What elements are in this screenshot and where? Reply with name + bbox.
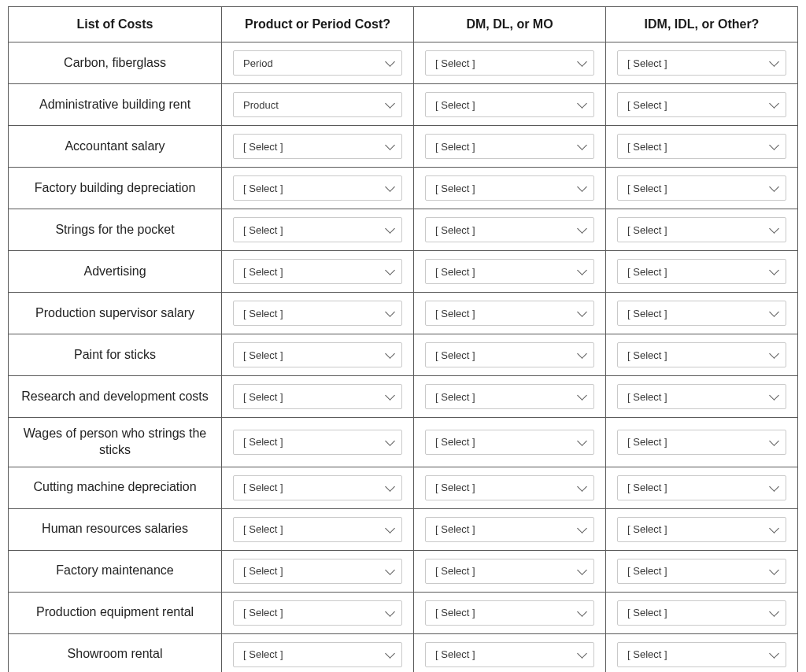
select-cell: [ Select ]	[414, 209, 606, 251]
select-value: [ Select ]	[627, 224, 667, 236]
idm-idl-other-select[interactable]: [ Select ]	[617, 642, 786, 667]
product-period-select[interactable]: [ Select ]	[233, 134, 402, 159]
select-value: [ Select ]	[243, 565, 283, 577]
dm-dl-mo-select[interactable]: [ Select ]	[425, 600, 594, 626]
select-value: [ Select ]	[435, 99, 475, 111]
select-value: Period	[243, 57, 273, 69]
product-period-select[interactable]: [ Select ]	[233, 600, 402, 626]
select-cell: [ Select ]	[606, 592, 798, 633]
product-period-select[interactable]: [ Select ]	[233, 475, 402, 500]
select-cell: [ Select ]	[414, 84, 606, 126]
idm-idl-other-select[interactable]: [ Select ]	[617, 517, 786, 542]
idm-idl-other-select[interactable]: [ Select ]	[617, 600, 786, 626]
product-period-select[interactable]: [ Select ]	[233, 301, 402, 326]
idm-idl-other-select[interactable]: [ Select ]	[617, 384, 786, 409]
select-value: [ Select ]	[435, 141, 475, 153]
idm-idl-other-select[interactable]: [ Select ]	[617, 430, 786, 455]
select-value: [ Select ]	[435, 607, 475, 618]
product-period-select[interactable]: Product	[233, 92, 402, 117]
dm-dl-mo-select[interactable]: [ Select ]	[425, 517, 594, 542]
select-value: [ Select ]	[627, 99, 667, 111]
product-period-select[interactable]: [ Select ]	[233, 217, 402, 242]
idm-idl-other-select[interactable]: [ Select ]	[617, 342, 786, 367]
table-row: Cutting machine depreciation[ Select ][ …	[9, 467, 798, 508]
product-period-select[interactable]: [ Select ]	[233, 559, 402, 584]
select-cell: [ Select ]	[414, 550, 606, 592]
product-period-select[interactable]: [ Select ]	[233, 517, 402, 542]
dm-dl-mo-select[interactable]: [ Select ]	[425, 92, 594, 117]
select-cell: [ Select ]	[222, 467, 414, 508]
table-row: Research and development costs[ Select ]…	[9, 376, 798, 418]
select-cell: [ Select ]	[606, 550, 798, 592]
cost-label: Wages of person who strings the sticks	[9, 418, 222, 467]
dm-dl-mo-select[interactable]: [ Select ]	[425, 259, 594, 284]
product-period-select[interactable]: [ Select ]	[233, 259, 402, 284]
idm-idl-other-select[interactable]: [ Select ]	[617, 259, 786, 284]
select-value: [ Select ]	[627, 523, 667, 535]
cost-label: Human resources salaries	[9, 508, 222, 550]
select-value: [ Select ]	[627, 183, 667, 194]
dm-dl-mo-select[interactable]: [ Select ]	[425, 384, 594, 409]
dm-dl-mo-select[interactable]: [ Select ]	[425, 430, 594, 455]
select-value: [ Select ]	[435, 266, 475, 278]
select-cell: [ Select ]	[222, 418, 414, 467]
product-period-select[interactable]: [ Select ]	[233, 430, 402, 455]
cost-label: Strings for the pocket	[9, 209, 222, 251]
idm-idl-other-select[interactable]: [ Select ]	[617, 175, 786, 201]
select-value: [ Select ]	[243, 482, 283, 493]
select-value: [ Select ]	[243, 308, 283, 319]
table-row: Production supervisor salary[ Select ][ …	[9, 293, 798, 334]
select-value: [ Select ]	[627, 607, 667, 618]
table-row: Production equipment rental[ Select ][ S…	[9, 592, 798, 633]
product-period-select[interactable]: [ Select ]	[233, 342, 402, 367]
select-cell: [ Select ]	[606, 293, 798, 334]
dm-dl-mo-select[interactable]: [ Select ]	[425, 50, 594, 76]
idm-idl-other-select[interactable]: [ Select ]	[617, 559, 786, 584]
dm-dl-mo-select[interactable]: [ Select ]	[425, 301, 594, 326]
dm-dl-mo-select[interactable]: [ Select ]	[425, 342, 594, 367]
table-row: Wages of person who strings the sticks[ …	[9, 418, 798, 467]
select-value: [ Select ]	[243, 141, 283, 153]
select-value: [ Select ]	[243, 648, 283, 660]
idm-idl-other-select[interactable]: [ Select ]	[617, 134, 786, 159]
select-value: [ Select ]	[243, 436, 283, 448]
idm-idl-other-select[interactable]: [ Select ]	[617, 301, 786, 326]
product-period-select[interactable]: [ Select ]	[233, 384, 402, 409]
select-cell: [ Select ]	[222, 334, 414, 376]
dm-dl-mo-select[interactable]: [ Select ]	[425, 175, 594, 201]
dm-dl-mo-select[interactable]: [ Select ]	[425, 642, 594, 667]
table-row: Advertising[ Select ][ Select ][ Select …	[9, 251, 798, 293]
select-cell: [ Select ]	[222, 376, 414, 418]
cost-label: Cutting machine depreciation	[9, 467, 222, 508]
cost-label: Factory maintenance	[9, 550, 222, 592]
select-cell: [ Select ]	[414, 293, 606, 334]
product-period-select[interactable]: Period	[233, 50, 402, 76]
select-value: [ Select ]	[435, 349, 475, 361]
select-value: [ Select ]	[243, 266, 283, 278]
cost-label: Carbon, fiberglass	[9, 42, 222, 84]
select-cell: [ Select ]	[606, 418, 798, 467]
select-cell: [ Select ]	[606, 42, 798, 84]
table-row: Factory building depreciation[ Select ][…	[9, 168, 798, 209]
idm-idl-other-select[interactable]: [ Select ]	[617, 50, 786, 76]
dm-dl-mo-select[interactable]: [ Select ]	[425, 217, 594, 242]
select-cell: [ Select ]	[222, 293, 414, 334]
idm-idl-other-select[interactable]: [ Select ]	[617, 217, 786, 242]
select-value: [ Select ]	[627, 349, 667, 361]
select-value: [ Select ]	[435, 436, 475, 448]
product-period-select[interactable]: [ Select ]	[233, 642, 402, 667]
select-cell: [ Select ]	[222, 209, 414, 251]
select-value: [ Select ]	[243, 224, 283, 236]
select-cell: [ Select ]	[414, 592, 606, 633]
select-cell: [ Select ]	[606, 508, 798, 550]
dm-dl-mo-select[interactable]: [ Select ]	[425, 559, 594, 584]
idm-idl-other-select[interactable]: [ Select ]	[617, 92, 786, 117]
cost-label: Research and development costs	[9, 376, 222, 418]
idm-idl-other-select[interactable]: [ Select ]	[617, 475, 786, 500]
product-period-select[interactable]: [ Select ]	[233, 175, 402, 201]
table-row: Paint for sticks[ Select ][ Select ][ Se…	[9, 334, 798, 376]
select-cell: [ Select ]	[414, 633, 606, 672]
dm-dl-mo-select[interactable]: [ Select ]	[425, 134, 594, 159]
dm-dl-mo-select[interactable]: [ Select ]	[425, 475, 594, 500]
select-cell: [ Select ]	[222, 168, 414, 209]
